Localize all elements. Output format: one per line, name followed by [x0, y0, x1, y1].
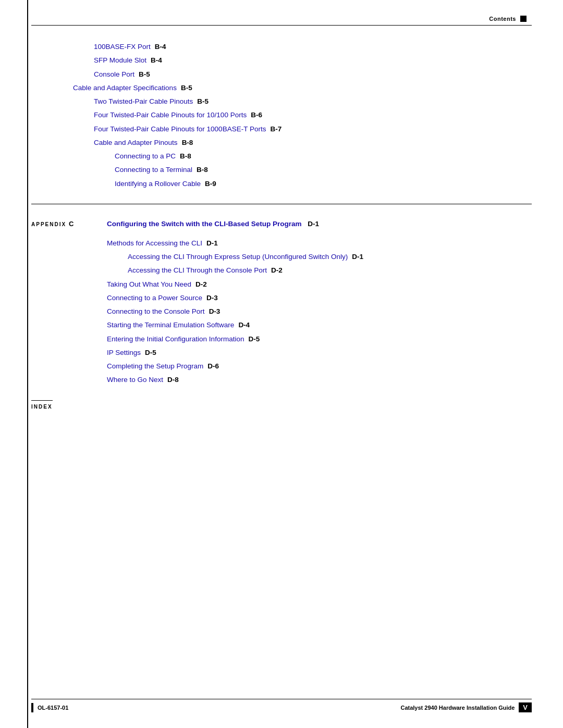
footer-page-number: V — [519, 702, 532, 712]
index-label: Index — [31, 400, 53, 410]
toc-link-methods-cli[interactable]: Methods for Accessing the CLI — [107, 238, 202, 249]
contents-label: Contents — [489, 16, 516, 22]
toc-link-four-twisted-1000base[interactable]: Four Twisted-Pair Cable Pinouts for 1000… — [94, 124, 266, 134]
toc-entry: Four Twisted-Pair Cable Pinouts for 10/1… — [94, 110, 532, 120]
toc-page: D-5 — [145, 348, 156, 358]
toc-entry: Completing the Setup Program D-6 — [107, 361, 532, 372]
footer-doc-number: OL-6157-01 — [38, 705, 68, 711]
contents-header: Contents — [489, 16, 527, 22]
toc-page: D-5 — [248, 334, 260, 344]
toc-page: B-5 — [139, 69, 150, 80]
toc-link-sfp[interactable]: SFP Module Slot — [94, 55, 146, 66]
toc-entry: Two Twisted-Pair Cable Pinouts B-5 — [94, 96, 532, 107]
toc-link-cable-adapter-pinouts[interactable]: Cable and Adapter Pinouts — [94, 138, 178, 148]
toc-link-express-setup[interactable]: Accessing the CLI Through Express Setup … — [128, 252, 348, 262]
top-rule — [31, 25, 532, 26]
toc-page: B-8 — [180, 151, 191, 162]
toc-link-power-source[interactable]: Connecting to a Power Source — [107, 293, 202, 303]
toc-page: D-4 — [238, 320, 250, 330]
toc-page: B-5 — [197, 96, 209, 107]
toc-page: B-5 — [181, 83, 192, 93]
appendix-page: D-1 — [308, 220, 319, 228]
toc-page: B-6 — [251, 110, 262, 120]
toc-link-connecting-terminal[interactable]: Connecting to a Terminal — [115, 165, 192, 175]
toc-page: B-8 — [197, 165, 208, 175]
toc-page: B-8 — [182, 138, 193, 148]
toc-link-taking-out[interactable]: Taking Out What You Need — [107, 279, 191, 290]
appendix-title-link[interactable]: Configuring the Switch with the CLI-Base… — [107, 220, 302, 228]
toc-link-console-port[interactable]: Console Port — [94, 69, 134, 80]
toc-entry: Identifying a Rollover Cable B-9 — [115, 179, 532, 189]
toc-page: D-6 — [207, 361, 219, 372]
toc-link-cable-adapter-specs[interactable]: Cable and Adapter Specifications — [73, 83, 177, 93]
toc-entry: SFP Module Slot B-4 — [94, 55, 532, 66]
toc-page: D-3 — [206, 293, 218, 303]
toc-page: D-1 — [352, 252, 363, 262]
toc-entry: Four Twisted-Pair Cable Pinouts for 1000… — [94, 124, 532, 134]
toc-entry: IP Settings D-5 — [107, 348, 532, 358]
toc-page: D-2 — [271, 265, 283, 276]
toc-entry: Console Port B-5 — [94, 69, 532, 80]
toc-link-two-twisted[interactable]: Two Twisted-Pair Cable Pinouts — [94, 96, 193, 107]
toc-entry: Connecting to the Console Port D-3 — [107, 306, 532, 317]
toc-link-completing-setup[interactable]: Completing the Setup Program — [107, 361, 203, 372]
toc-entry: 100BASE-FX Port B-4 — [94, 42, 532, 52]
toc-entry: Connecting to a PC B-8 — [115, 151, 532, 162]
appendix-divider — [31, 204, 532, 204]
left-margin-bar — [27, 0, 28, 728]
toc-page: D-8 — [167, 375, 179, 385]
toc-page: D-3 — [209, 306, 221, 317]
toc-entry: Accessing the CLI Through the Console Po… — [128, 265, 532, 276]
toc-link-four-twisted-10-100[interactable]: Four Twisted-Pair Cable Pinouts for 10/1… — [94, 110, 247, 120]
footer-bar — [31, 703, 33, 712]
toc-page: B-9 — [205, 179, 216, 189]
toc-entry: Taking Out What You Need D-2 — [107, 279, 532, 290]
bottom-rule — [31, 699, 532, 699]
toc-page: B-4 — [151, 55, 162, 66]
page-container: Contents 100BASE-FX Port B-4 SFP Module … — [0, 0, 563, 728]
appendix-row: Appendix C Configuring the Switch with t… — [31, 220, 532, 228]
footer-title: Catalyst 2940 Hardware Installation Guid… — [400, 705, 515, 711]
toc-entry: Methods for Accessing the CLI D-1 — [107, 238, 532, 249]
toc-link-console-port-connect[interactable]: Connecting to the Console Port — [107, 306, 205, 317]
toc-entry: Connecting to a Power Source D-3 — [107, 293, 532, 303]
toc-link-100base-fx[interactable]: 100BASE-FX Port — [94, 42, 151, 52]
toc-page: D-2 — [195, 279, 207, 290]
toc-entry: Connecting to a Terminal B-8 — [115, 165, 532, 175]
index-section: Index — [31, 400, 532, 411]
content-area: 100BASE-FX Port B-4 SFP Module Slot B-4 … — [31, 31, 532, 411]
toc-page: B-4 — [155, 42, 166, 52]
appendix-label: Appendix C — [31, 220, 107, 228]
toc-entry: Starting the Terminal Emulation Software… — [107, 320, 532, 330]
footer: OL-6157-01 Catalyst 2940 Hardware Instal… — [31, 702, 532, 712]
toc-link-ip-settings[interactable]: IP Settings — [107, 348, 141, 358]
toc-entry: Accessing the CLI Through Express Setup … — [128, 252, 532, 262]
toc-link-console-port-cli[interactable]: Accessing the CLI Through the Console Po… — [128, 265, 267, 276]
appendix-title: Configuring the Switch with the CLI-Base… — [107, 220, 319, 228]
toc-page: D-1 — [206, 238, 218, 249]
contents-header-square — [520, 16, 527, 22]
toc-entry: Entering the Initial Configuration Infor… — [107, 334, 532, 344]
toc-entry: Cable and Adapter Pinouts B-8 — [94, 138, 532, 148]
toc-entry: Cable and Adapter Specifications B-5 — [73, 83, 532, 93]
toc-entry: Where to Go Next D-8 — [107, 375, 532, 385]
footer-right: Catalyst 2940 Hardware Installation Guid… — [400, 702, 532, 712]
toc-link-rollover-cable[interactable]: Identifying a Rollover Cable — [115, 179, 201, 189]
toc-link-terminal-emulation[interactable]: Starting the Terminal Emulation Software — [107, 320, 234, 330]
toc-page: B-7 — [270, 124, 282, 134]
footer-left: OL-6157-01 — [31, 703, 68, 712]
toc-link-initial-config[interactable]: Entering the Initial Configuration Infor… — [107, 334, 244, 344]
toc-link-where-to-go[interactable]: Where to Go Next — [107, 375, 163, 385]
appendix-entries: Methods for Accessing the CLI D-1 Access… — [31, 238, 532, 386]
toc-link-connecting-pc[interactable]: Connecting to a PC — [115, 151, 176, 162]
toc-section: 100BASE-FX Port B-4 SFP Module Slot B-4 … — [31, 42, 532, 189]
